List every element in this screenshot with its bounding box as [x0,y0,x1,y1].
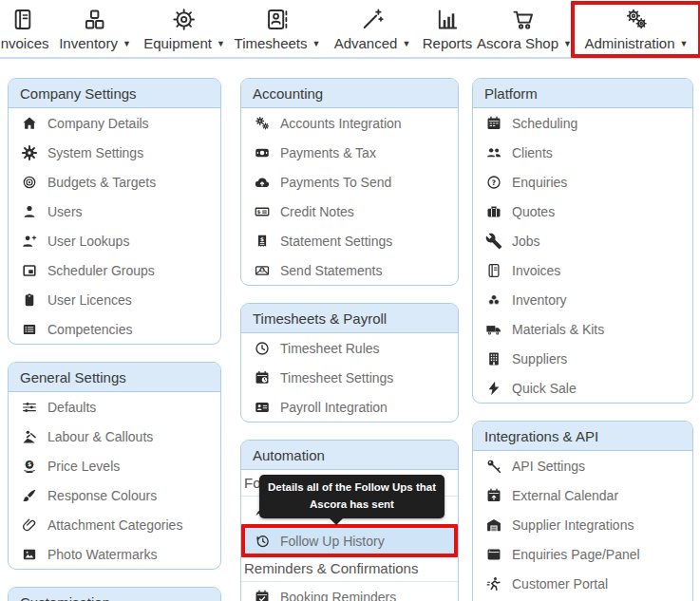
sliders-icon [21,399,38,416]
key-icon [485,458,502,475]
menu-item-competencies[interactable]: Competencies [9,314,220,344]
menu-item-budgets-targets[interactable]: Budgets & Targets [9,167,220,197]
nav-item-advanced[interactable]: Advanced▼ [334,7,411,50]
menu-item-enquiries-page-panel[interactable]: Enquiries Page/Panel [473,539,692,569]
admin-gears-icon [624,7,650,32]
panel-company-settings: Company SettingsCompany DetailsSystem Se… [8,78,221,345]
gear-icon [171,7,197,32]
tooltip-line: Details all of the Follow Ups that [268,479,436,497]
panel-general-settings: General SettingsDefaultsLabour & Callout… [8,362,221,570]
menu-item-label: Clients [512,145,553,160]
svg-text:$: $ [28,460,31,467]
panel-title: Accounting [253,85,323,102]
menu-item-user-licences[interactable]: User Licences [9,285,220,314]
menu-item-label: System Settings [47,145,143,160]
menu-item-customer-portal[interactable]: Customer Portal [473,569,692,598]
panel-title: Customisation [20,594,110,601]
menu-item-label: Inventory [512,292,567,308]
menu-item-label: Payments & Tax [280,145,376,160]
nav-item-administration[interactable]: Administration▼ [585,7,689,50]
menu-item-label: Response Colours [47,488,157,503]
menu-item-timesheet-rules[interactable]: Timesheet Rules [241,333,458,363]
nav-item-equipment[interactable]: Equipment▼ [143,7,225,50]
menu-item-accounts-integration[interactable]: Accounts Integration [241,108,458,138]
image-icon [21,546,38,563]
menu-item-payroll-integration[interactable]: Payroll Integration [241,392,458,422]
menu-item-jobs[interactable]: Jobs [473,226,692,255]
list-icon [21,321,38,338]
menu-item-label: Customer Portal [512,576,608,592]
menu-column-1: Company SettingsCompany DetailsSystem Se… [8,78,221,601]
menu-item-supplier-integrations[interactable]: Supplier Integrations [473,510,692,539]
nav-item-ascora-shop[interactable]: Ascora Shop▼ [477,7,572,50]
people-icon [485,144,502,161]
menu-item-quotes[interactable]: Quotes [473,197,692,226]
menu-item-users[interactable]: Users [9,197,220,226]
menu-item-statement-settings[interactable]: $Statement Settings [241,226,458,255]
menu-item-label: Payroll Integration [280,400,388,415]
menu-item-send-statements[interactable]: $Send Statements [241,255,458,285]
menu-item-user-lookups[interactable]: User Lookups [9,226,220,255]
menu-item-external-calendar[interactable]: External Calendar [473,480,692,510]
menu-item-invoices[interactable]: Invoices [473,255,692,285]
menu-item-inventory[interactable]: Inventory [473,285,692,314]
menu-item-photo-watermarks[interactable]: Photo Watermarks [9,539,220,569]
chevron-down-icon: ▼ [312,40,321,48]
svg-text:?: ? [492,178,496,186]
menu-item-labour-callouts[interactable]: Labour & Callouts [9,422,220,451]
wrench-icon [485,233,502,250]
runner-icon [485,575,502,592]
menu-item-quick-sale[interactable]: Quick Sale [473,373,692,403]
menu-item-payments-tax[interactable]: Payments & Tax [241,138,458,167]
nav-item-inventory[interactable]: Inventory▼ [59,7,131,50]
menu-item-booking-reminders[interactable]: Booking Reminders [241,582,458,601]
chevron-down-icon: ▼ [123,40,131,48]
menu-item-api-settings[interactable]: API Settings [473,451,692,480]
menu-item-timesheet-settings[interactable]: Timesheet Settings [241,363,458,392]
menu-item-enquiries[interactable]: ?Enquiries [473,167,692,197]
menu-item-label: Suppliers [512,351,567,366]
menu-item-response-colours[interactable]: Response Colours [9,480,220,510]
badge-icon [21,291,38,309]
browser-icon [485,546,502,563]
history-icon [254,533,271,550]
menu-item-label: Booking Reminders [280,590,396,601]
menu-item-label: Materials & Kits [512,322,604,337]
panel-header: Automation [241,441,458,470]
menu-item-follow-up-history[interactable]: Follow Up History [241,526,458,555]
envelope-dollar-icon: $ [254,262,271,279]
menu-item-clients[interactable]: Clients [473,138,692,167]
panel-automation: AutomationFollow UpsFollow UpsFollow Up … [240,440,459,601]
menu-item-label: Company Details [47,116,149,131]
menu-item-label: Timesheet Rules [280,341,380,356]
menu-item-system-settings[interactable]: System Settings [9,138,220,167]
menu-item-label: Scheduling [512,116,577,131]
person-plus-icon [21,233,38,250]
menu-item-scheduler-groups[interactable]: Scheduler Groups [9,255,220,285]
panel-title: Automation [253,447,325,463]
menu-item-label: Defaults [47,400,96,415]
menu-item-credit-notes[interactable]: $Credit Notes [241,197,458,226]
cubes-filled-icon [485,291,502,309]
menu-item-company-details[interactable]: Company Details [9,108,220,138]
nav-item-reports[interactable]: Reports [423,7,473,50]
nav-item-invoices[interactable]: Invoices [0,7,49,50]
cubes-icon [83,7,108,32]
menu-item-suppliers[interactable]: Suppliers [473,344,692,373]
chevron-down-icon: ▼ [563,40,572,48]
menu-item-scheduling[interactable]: Scheduling [473,108,692,138]
chevron-down-icon: ▼ [402,40,410,48]
calendar-up-icon [485,487,502,504]
menu-item-attachment-categories[interactable]: Attachment Categories [9,510,220,539]
menu-item-price-levels[interactable]: $Price Levels [9,451,220,480]
receipt-icon: $ [254,233,271,250]
menu-item-defaults[interactable]: Defaults [9,392,220,422]
menu-item-payments-to-send[interactable]: Payments To Send [241,167,458,197]
menu-item-label: Accounts Integration [280,116,402,131]
panel-header: General Settings [9,363,220,392]
chevron-down-icon: ▼ [217,40,225,48]
gear-filled-icon [21,144,38,161]
nav-item-timesheets[interactable]: Timesheets▼ [235,7,321,50]
chevron-down-icon: ▼ [680,40,689,48]
menu-item-materials-kits[interactable]: Materials & Kits [473,314,692,344]
